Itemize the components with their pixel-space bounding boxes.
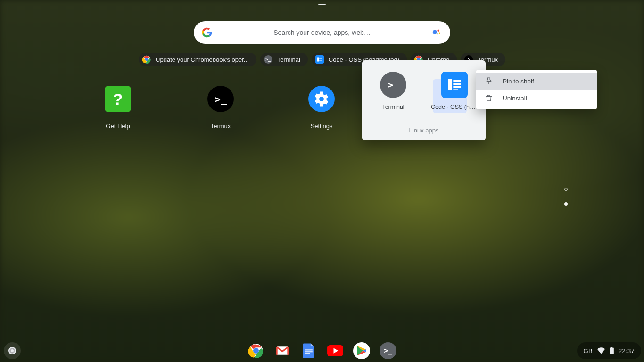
svg-rect-16	[453, 89, 458, 90]
ctx-pin-to-shelf[interactable]: Pin to shelf	[476, 73, 597, 90]
google-g-icon	[201, 27, 213, 38]
shelf-chrome[interactable]	[248, 342, 264, 359]
help-icon: ?	[105, 86, 131, 112]
terminal-icon: >_	[264, 55, 272, 64]
shelf-gmail[interactable]	[274, 342, 291, 359]
chrome-icon	[142, 55, 151, 64]
svg-rect-7	[319, 58, 322, 58]
shelf: >_ GB 22:37	[0, 339, 644, 362]
search-placeholder: Search your device, apps, web…	[213, 29, 431, 36]
app-termux[interactable]: >_ Termux	[192, 86, 249, 130]
svg-rect-20	[305, 349, 313, 350]
youtube-icon	[327, 345, 343, 356]
gear-icon	[308, 86, 335, 112]
svg-point-1	[437, 30, 439, 32]
svg-rect-25	[611, 347, 612, 348]
play-icon	[357, 346, 366, 356]
svg-point-2	[439, 32, 441, 34]
docs-icon	[303, 343, 315, 358]
folder-app-code-oss[interactable]: Code - OSS (hea…	[431, 72, 478, 110]
svg-point-3	[437, 33, 438, 35]
chip-label: Update your Chromebook's oper...	[156, 56, 249, 63]
svg-rect-9	[319, 60, 322, 61]
launcher-button[interactable]	[4, 342, 21, 359]
chip-update-chromebook[interactable]: Update your Chromebook's oper...	[139, 53, 256, 66]
status-tray[interactable]: GB 22:37	[577, 342, 641, 359]
launcher-drag-handle[interactable]	[318, 4, 326, 5]
code-icon	[315, 55, 324, 64]
shelf-pins: >_	[248, 342, 396, 359]
ctx-uninstall[interactable]: Uninstall	[476, 90, 597, 107]
svg-rect-6	[317, 58, 319, 62]
chrome-icon	[248, 343, 264, 358]
trash-icon	[485, 94, 493, 102]
search-bar[interactable]: Search your device, apps, web…	[194, 21, 450, 44]
svg-point-0	[433, 30, 437, 34]
terminal-icon: >_	[384, 346, 392, 355]
page-indicators[interactable]	[564, 188, 568, 206]
shelf-play-store[interactable]	[353, 342, 370, 359]
folder-app-label: Terminal	[370, 104, 417, 110]
svg-rect-8	[319, 59, 322, 60]
wifi-icon	[597, 347, 605, 354]
folder-app-label: Code - OSS (hea…	[431, 104, 478, 110]
app-label: Termux	[192, 123, 249, 130]
terminal-icon: >_	[380, 72, 406, 98]
app-label: Settings	[293, 123, 350, 130]
battery-icon	[610, 347, 614, 354]
svg-rect-13	[453, 80, 461, 82]
app-get-help[interactable]: ? Get Help	[90, 86, 146, 130]
launcher-icon	[8, 347, 16, 354]
svg-rect-14	[453, 83, 461, 85]
clock: 22:37	[619, 347, 635, 354]
shelf-terminal[interactable]: >_	[380, 342, 396, 359]
folder-app-terminal[interactable]: >_ Terminal	[370, 72, 417, 110]
svg-rect-22	[305, 353, 310, 354]
assistant-icon[interactable]	[431, 27, 443, 38]
chip-label: Terminal	[277, 56, 300, 63]
svg-rect-12	[448, 79, 452, 90]
ctx-label: Uninstall	[503, 95, 527, 102]
svg-rect-15	[453, 86, 461, 88]
ime-indicator: GB	[584, 347, 593, 354]
page-dot[interactable]	[564, 188, 568, 191]
context-menu: Pin to shelf Uninstall	[476, 70, 597, 109]
svg-rect-24	[610, 347, 614, 354]
ctx-label: Pin to shelf	[503, 78, 534, 85]
chip-terminal[interactable]: >_ Terminal	[260, 53, 308, 66]
page-dot-active[interactable]	[564, 202, 568, 206]
shelf-youtube[interactable]	[327, 342, 344, 359]
pin-icon	[485, 77, 493, 85]
folder-title: Linux apps	[362, 127, 486, 134]
folder-linux-apps[interactable]: >_ Terminal Code - OSS (hea… Linux apps	[362, 60, 486, 140]
termux-icon: >_	[207, 86, 234, 112]
gmail-icon	[275, 344, 289, 358]
code-icon	[441, 72, 468, 98]
app-settings[interactable]: Settings	[293, 86, 350, 130]
svg-rect-21	[305, 351, 313, 352]
shelf-docs[interactable]	[300, 342, 317, 359]
app-label: Get Help	[90, 123, 146, 130]
